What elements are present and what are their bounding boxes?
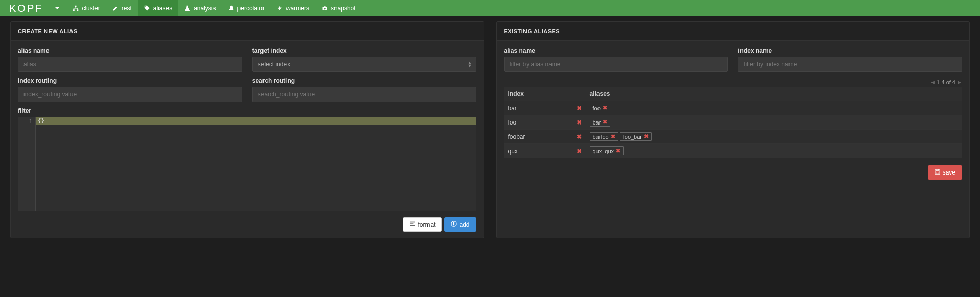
col-index: index [504, 87, 586, 101]
nav-label: warmers [286, 5, 309, 12]
create-panel: CREATE NEW ALIAS alias name target index… [10, 21, 484, 238]
target-index-select[interactable]: select index [252, 57, 476, 72]
sitemap-icon [73, 5, 79, 11]
index-name: qux [508, 147, 518, 155]
nav-label: rest [122, 5, 132, 12]
create-title: CREATE NEW ALIAS [18, 28, 476, 34]
alias-filter-input[interactable] [504, 57, 728, 72]
remove-alias-icon[interactable]: ✖ [603, 105, 607, 111]
editor-gutter: 1 [18, 117, 36, 211]
alias-tag[interactable]: bar✖ [590, 118, 611, 127]
table-row: foobar✖barfoo✖foo_bar✖ [504, 130, 963, 144]
bolt-icon [277, 5, 283, 11]
alias-tag[interactable]: qux_qux✖ [590, 146, 624, 155]
alias-name-label: alias name [18, 47, 242, 54]
tags-icon [144, 5, 150, 11]
search-routing-input[interactable] [252, 87, 476, 102]
remove-alias-icon[interactable]: ✖ [603, 119, 607, 126]
editor-content[interactable]: {} [36, 117, 476, 211]
pager-prev-icon[interactable]: ◀ [931, 80, 935, 85]
svg-rect-2 [77, 9, 79, 11]
nav-label: cluster [82, 5, 100, 12]
brand-dropdown[interactable] [48, 0, 66, 16]
nav-cluster[interactable]: cluster [66, 0, 106, 16]
format-button[interactable]: format [403, 217, 442, 232]
nav-analysis[interactable]: analysis [178, 0, 222, 16]
pager-next-icon[interactable]: ▶ [958, 80, 961, 85]
remove-index-icon[interactable]: ✖ [577, 147, 582, 155]
align-left-icon [410, 221, 415, 228]
nav-snapshot[interactable]: snapshot [316, 0, 362, 16]
nav-label: percolator [237, 5, 265, 12]
nav-percolator[interactable]: percolator [222, 0, 271, 16]
index-filter-label: index name [738, 47, 962, 54]
index-name: bar [508, 105, 517, 112]
filter-editor[interactable]: 1 {} [18, 117, 476, 211]
navbar: KOPF cluster rest aliases analysis perco… [0, 0, 980, 16]
save-button[interactable]: save [928, 165, 962, 180]
nav-rest[interactable]: rest [106, 0, 138, 16]
remove-alias-icon[interactable]: ✖ [644, 133, 649, 140]
alias-tag[interactable]: foo_bar✖ [620, 132, 652, 141]
existing-panel: EXISTING ALIASES alias name index name ◀… [496, 21, 970, 238]
camera-icon [322, 5, 328, 11]
remove-index-icon[interactable]: ✖ [577, 105, 582, 112]
remove-index-icon[interactable]: ✖ [577, 133, 582, 140]
remove-index-icon[interactable]: ✖ [577, 119, 582, 126]
existing-title: EXISTING ALIASES [504, 28, 963, 34]
alias-tag-label: foo [593, 105, 601, 111]
pager: ◀ 1-4 of 4 ▶ [504, 77, 963, 87]
col-aliases: aliases [586, 87, 963, 101]
alias-filter-label: alias name [504, 47, 728, 54]
svg-point-3 [145, 6, 146, 7]
editor-indent-guide [238, 125, 238, 211]
nav-label: aliases [153, 5, 172, 12]
bell-icon [228, 5, 234, 11]
aliases-table: index aliases bar✖foo✖foo✖bar✖foobar✖bar… [504, 87, 963, 158]
edit-icon [112, 5, 118, 11]
index-routing-label: index routing [18, 77, 242, 84]
alias-tag-label: barfoo [593, 134, 609, 140]
nav-warmers[interactable]: warmers [271, 0, 316, 16]
svg-rect-0 [75, 6, 77, 7]
flask-icon [184, 5, 190, 11]
nav-aliases[interactable]: aliases [138, 0, 178, 16]
svg-point-4 [324, 8, 326, 10]
svg-rect-6 [936, 169, 938, 171]
add-button[interactable]: add [444, 217, 476, 232]
index-routing-input[interactable] [18, 87, 242, 102]
svg-rect-1 [73, 9, 75, 11]
nav-label: analysis [194, 5, 216, 12]
remove-alias-icon[interactable]: ✖ [611, 133, 615, 140]
target-index-label: target index [252, 47, 476, 54]
svg-rect-7 [936, 172, 939, 174]
plus-circle-icon [451, 221, 457, 228]
alias-tag[interactable]: barfoo✖ [590, 132, 618, 141]
editor-line: {} [36, 117, 476, 125]
search-routing-label: search routing [252, 77, 476, 84]
index-name: foo [508, 119, 517, 126]
alias-tag-label: bar [593, 119, 601, 126]
index-name: foobar [508, 133, 525, 140]
caret-down-icon [54, 6, 60, 10]
table-row: foo✖bar✖ [504, 115, 963, 130]
save-icon [935, 169, 940, 176]
table-row: bar✖foo✖ [504, 101, 963, 115]
alias-tag-label: foo_bar [623, 134, 642, 140]
alias-tag[interactable]: foo✖ [590, 104, 610, 112]
brand[interactable]: KOPF [9, 0, 48, 16]
nav-label: snapshot [331, 5, 356, 12]
index-filter-input[interactable] [738, 57, 962, 72]
filter-label: filter [18, 107, 476, 114]
table-row: qux✖qux_qux✖ [504, 144, 963, 158]
alias-tag-label: qux_qux [593, 148, 614, 154]
remove-alias-icon[interactable]: ✖ [616, 147, 620, 154]
alias-name-input[interactable] [18, 57, 242, 72]
